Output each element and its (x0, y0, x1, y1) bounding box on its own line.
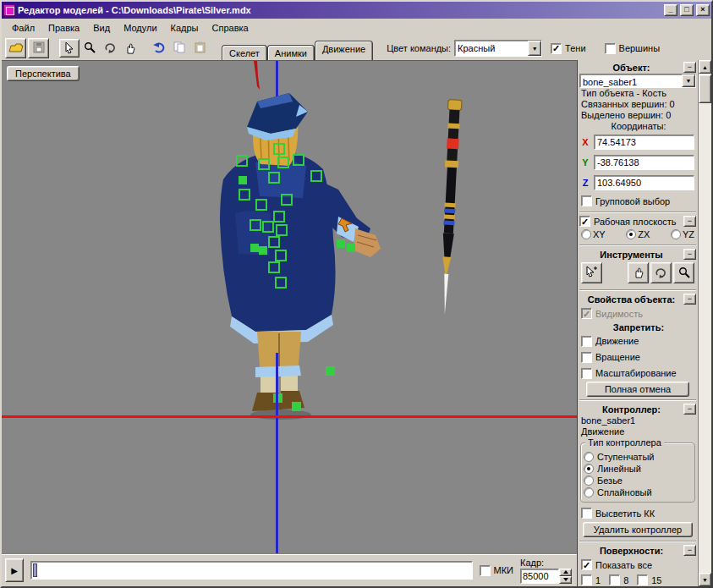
radio-circle (584, 475, 594, 486)
visibility-checkbox: ✓ Видимость (581, 308, 694, 319)
collapse-object-button[interactable]: − (683, 62, 696, 73)
spinner-down-button[interactable] (559, 576, 572, 584)
vertices-checkbox[interactable]: Вершины (605, 43, 661, 54)
full-cancel-button[interactable]: Полная отмена (586, 382, 689, 397)
viewport-3d[interactable]: Перспектива (2, 60, 577, 553)
forbid-rotation-checkbox[interactable]: Вращение (581, 352, 694, 363)
pan-tool-button[interactable] (120, 39, 140, 58)
spinner-up-button[interactable] (559, 569, 572, 576)
menu-file[interactable]: Файл (5, 20, 41, 36)
copy-icon (173, 41, 185, 55)
checkbox-box: ✓ (579, 216, 590, 227)
y-coord-input[interactable] (594, 155, 694, 170)
pan-tool-button-panel[interactable] (628, 262, 649, 283)
type-bezier-radio[interactable]: Безье (584, 475, 692, 486)
app-icon[interactable] (3, 4, 15, 16)
menu-edit[interactable]: Правка (41, 20, 86, 36)
radio-circle (581, 229, 591, 239)
scrollbar-thumb[interactable] (699, 74, 711, 103)
menu-modules[interactable]: Модули (117, 20, 163, 36)
scroll-up-button[interactable]: ▲ (699, 60, 711, 74)
app-window: Редактор моделей - C:\Downloads\Pirate\S… (0, 0, 713, 588)
group-select-checkbox[interactable]: Групповой выбор (581, 195, 694, 206)
undo-arrow-icon (152, 41, 166, 55)
timeline-slider[interactable] (30, 561, 473, 580)
collapse-surfaces-button[interactable]: − (683, 545, 696, 556)
select-tool-button[interactable] (59, 39, 80, 58)
panel-scrollbar[interactable]: ▲ ▼ (698, 60, 711, 586)
open-button[interactable] (5, 38, 26, 58)
linked-vertices-line: Связанных вершин: 0 (579, 99, 696, 110)
copy-button[interactable] (169, 39, 189, 58)
forbid-scaling-checkbox[interactable]: Масштабирование (581, 368, 694, 379)
frame-input[interactable] (520, 569, 559, 584)
down-arrow-icon: ▼ (702, 577, 708, 583)
menubar: Файл Правка Вид Модули Кадры Справка (2, 19, 711, 36)
x-coord-input[interactable] (594, 135, 694, 150)
plane-zx-radio[interactable]: ZX (626, 229, 650, 239)
scrollbar-track[interactable] (699, 103, 711, 573)
titlebar[interactable]: Редактор моделей - C:\Downloads\Pirate\S… (2, 2, 711, 19)
tab-anims[interactable]: Анимки (267, 45, 315, 62)
pirate-model[interactable] (220, 93, 381, 420)
collapse-workplane-button[interactable]: − (683, 216, 696, 227)
menu-view[interactable]: Вид (86, 20, 117, 36)
minimize-button[interactable]: _ (664, 4, 677, 16)
surface-8-checkbox[interactable]: 8 (609, 574, 628, 585)
zoom-tool-button-panel[interactable] (673, 262, 694, 283)
save-button[interactable] (28, 38, 49, 58)
maximize-icon: □ (684, 5, 688, 14)
saber-model[interactable] (437, 100, 462, 315)
z-coord-input[interactable] (594, 175, 694, 190)
chevron-down-icon[interactable]: ▼ (528, 41, 541, 56)
close-button[interactable]: × (696, 4, 710, 16)
plane-xy-radio[interactable]: XY (581, 229, 606, 239)
visibility-label: Видимость (595, 309, 643, 319)
zoom-tool-button[interactable] (80, 39, 100, 58)
show-all-checkbox[interactable]: ✓ Показать все (581, 559, 694, 570)
rotate-icon (104, 41, 117, 55)
collapse-tools-button[interactable]: − (683, 249, 696, 260)
surface-15-checkbox[interactable]: 15 (637, 574, 661, 585)
object-section-header: Объект: − (579, 62, 696, 73)
menu-frames[interactable]: Кадры (164, 20, 206, 36)
highlight-kk-checkbox[interactable]: Высветить КК (581, 508, 694, 519)
delete-controller-button[interactable]: Удалить контроллер (583, 522, 693, 537)
checkbox-box (609, 574, 620, 585)
surface-1-checkbox[interactable]: 1 (581, 574, 601, 585)
type-linear-radio[interactable]: Линейный (584, 464, 692, 474)
tab-skeleton[interactable]: Скелет (222, 45, 267, 62)
checkbox-box (581, 574, 592, 585)
team-color-select[interactable]: Красный ▼ (454, 40, 542, 57)
plane-yz-radio[interactable]: YZ (671, 229, 694, 239)
collapse-controller-button[interactable]: − (683, 404, 696, 415)
object-select[interactable]: bone_saber1 ▼ (579, 74, 696, 88)
group-select-label: Групповой выбор (595, 196, 670, 206)
forbid-movement-checkbox[interactable]: Движение (581, 336, 694, 347)
checkbox-box (581, 195, 592, 206)
mode-tabs: Скелет Анимки Движение (222, 36, 373, 60)
undo-button[interactable] (149, 39, 169, 58)
rotate-tool-button-panel[interactable] (650, 262, 672, 283)
select-move-tool-button[interactable] (581, 262, 602, 283)
collapse-properties-button[interactable]: − (683, 294, 696, 305)
cursor-plus-icon (585, 266, 598, 280)
tab-movement[interactable]: Движение (315, 41, 373, 60)
paste-button[interactable] (189, 39, 210, 58)
rotate-tool-button[interactable] (100, 39, 120, 58)
mki-checkbox[interactable]: МКИ (480, 565, 513, 576)
magnifier-icon (678, 267, 690, 280)
maximize-button[interactable]: □ (680, 4, 694, 16)
perspective-button[interactable]: Перспектива (7, 66, 80, 81)
type-spline-radio[interactable]: Сплайновый (584, 487, 692, 497)
timeline-thumb[interactable] (33, 563, 37, 577)
scroll-down-button[interactable]: ▼ (699, 573, 711, 586)
chevron-down-icon[interactable]: ▼ (682, 74, 695, 87)
type-step-radio[interactable]: Ступенчатый (584, 452, 692, 462)
menu-help[interactable]: Справка (206, 20, 255, 36)
frame-group: Кадр: (520, 558, 572, 584)
surfaces-section-header: Поверхности: − (579, 545, 696, 556)
shadows-checkbox[interactable]: ✓ Тени (551, 43, 585, 54)
work-plane-checkbox[interactable]: ✓ Рабочая плоскость (579, 216, 683, 227)
play-button[interactable]: ▶ (5, 558, 24, 582)
